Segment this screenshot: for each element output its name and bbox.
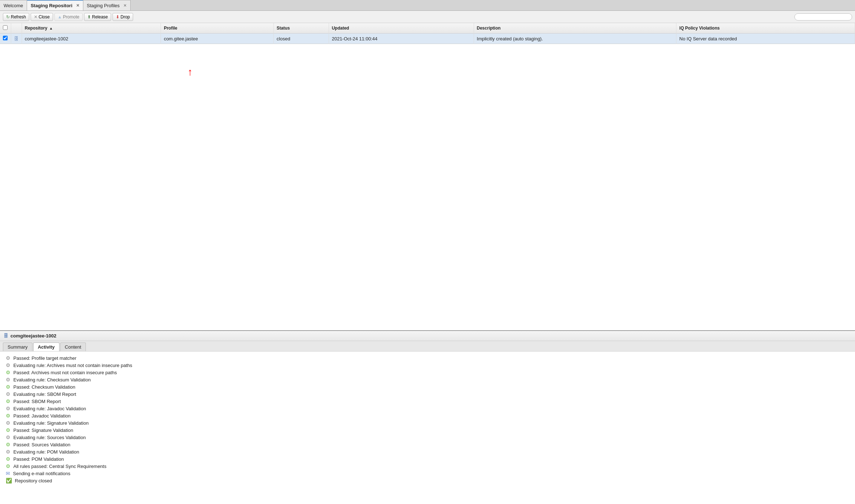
activity-icon: ⚙ — [6, 434, 10, 440]
col-header-repository[interactable]: Repository ▲ — [22, 23, 161, 34]
activity-item: ⚙ Passed: Signature Validation — [6, 426, 849, 434]
red-arrow-annotation: ↑ — [188, 66, 193, 78]
activity-item: ✉ Sending e-mail notifications — [6, 470, 849, 477]
tab-staging-repo-label: Staging Repositori — [31, 3, 73, 8]
row-updated: 2021-Oct-24 11:00:44 — [329, 34, 474, 44]
refresh-button[interactable]: ↻ Refresh — [3, 13, 29, 21]
detail-content: ⚙ Passed: Profile target matcher ⚙ Evalu… — [0, 352, 855, 504]
activity-item: ⚙ Passed: Javadoc Validation — [6, 412, 849, 419]
activity-text: Evaluating rule: SBOM Report — [13, 392, 76, 397]
activity-icon: ⚙ — [6, 377, 10, 383]
promote-label: Promote — [63, 14, 79, 19]
activity-item: ⚙ All rules passed: Central Sync Require… — [6, 463, 849, 470]
search-input[interactable] — [794, 13, 852, 21]
activity-text: Passed: Archives must not contain insecu… — [13, 370, 117, 375]
close-icon: ✕ — [34, 14, 38, 19]
activity-text: All rules passed: Central Sync Requireme… — [13, 464, 106, 469]
row-checkbox-cell[interactable] — [0, 34, 11, 44]
activity-icon: ⚙ — [6, 449, 10, 455]
activity-icon: ⚙ — [6, 427, 10, 433]
tab-activity[interactable]: Activity — [33, 342, 60, 351]
activity-text: Sending e-mail notifications — [13, 471, 70, 476]
activity-text: Passed: Javadoc Validation — [13, 413, 71, 419]
activity-item: ⚙ Passed: Sources Validation — [6, 441, 849, 448]
detail-title: comgiteejastee-1002 — [10, 333, 56, 339]
close-button[interactable]: ✕ Close — [31, 13, 53, 21]
toolbar: ↻ Refresh ✕ Close ▲ Promote ⬆ Release ⬇ … — [0, 11, 855, 23]
promote-button[interactable]: ▲ Promote — [54, 13, 83, 21]
tab-staging-repo[interactable]: Staging Repositori ✕ — [27, 0, 83, 10]
activity-item: ⚙ Passed: Archives must not contain inse… — [6, 369, 849, 376]
activity-item: ⚙ Evaluating rule: POM Validation — [6, 448, 849, 455]
activity-text: Evaluating rule: POM Validation — [13, 449, 79, 455]
drop-icon: ⬇ — [116, 14, 119, 19]
release-button[interactable]: ⬆ Release — [84, 13, 111, 21]
row-checkbox[interactable] — [3, 36, 8, 40]
detail-db-icon: 🗄 — [4, 333, 8, 339]
row-profile: com.gitee.jastee — [161, 34, 274, 44]
activity-item: ⚙ Passed: SBOM Report — [6, 398, 849, 405]
table-section: ↑ Repository ▲ Profile Status Updated De… — [0, 23, 855, 331]
table-row[interactable]: 🗄 comgiteejastee-1002 com.gitee.jastee c… — [0, 34, 855, 44]
select-all-checkbox[interactable] — [3, 25, 8, 30]
col-header-profile: Profile — [161, 23, 274, 34]
row-status: closed — [273, 34, 329, 44]
tab-staging-profiles-label: Staging Profiles — [87, 3, 120, 8]
detail-section: 🗄 comgiteejastee-1002 Summary Activity C… — [0, 331, 855, 504]
tab-content[interactable]: Content — [60, 342, 86, 351]
activity-item: ⚙ Evaluating rule: Checksum Validation — [6, 376, 849, 383]
activity-text: Passed: Checksum Validation — [13, 384, 75, 390]
activity-item: ⚙ Passed: POM Validation — [6, 455, 849, 463]
activity-item: ⚙ Evaluating rule: SBOM Report — [6, 390, 849, 398]
col-header-icon — [11, 23, 22, 34]
detail-header: 🗄 comgiteejastee-1002 — [0, 331, 855, 341]
refresh-label: Refresh — [11, 14, 26, 19]
activity-item: ⚙ Evaluating rule: Archives must not con… — [6, 362, 849, 369]
row-iq: No IQ Server data recorded — [676, 34, 855, 44]
activity-item: ⚙ Passed: Profile target matcher — [6, 354, 849, 362]
col-header-description: Description — [474, 23, 676, 34]
drop-button[interactable]: ⬇ Drop — [113, 13, 133, 21]
row-icon-cell: 🗄 — [11, 34, 22, 44]
tab-staging-repo-close[interactable]: ✕ — [76, 3, 79, 8]
activity-icon: ⚙ — [6, 384, 10, 390]
activity-text: Passed: Profile target matcher — [13, 355, 76, 361]
activity-icon: ⚙ — [6, 420, 10, 426]
activity-icon: ⚙ — [6, 413, 10, 419]
row-description: Implicitly created (auto staging). — [474, 34, 676, 44]
tab-staging-profiles[interactable]: Staging Profiles ✕ — [83, 0, 131, 10]
activity-icon: ✅ — [6, 478, 12, 483]
detail-tabs: Summary Activity Content — [0, 341, 855, 352]
sort-arrow-icon: ▲ — [49, 26, 53, 30]
activity-text: Evaluating rule: Signature Validation — [13, 420, 89, 426]
activity-item: ✅ Repository closed — [6, 477, 849, 484]
tab-welcome[interactable]: Welcome — [0, 0, 27, 10]
activity-icon: ⚙ — [6, 456, 10, 462]
activity-text: Evaluating rule: Checksum Validation — [13, 377, 91, 383]
activity-icon: ⚙ — [6, 370, 10, 375]
close-label: Close — [39, 14, 50, 19]
main-content: ↑ Repository ▲ Profile Status Updated De… — [0, 23, 855, 504]
activity-item: ⚙ Passed: Checksum Validation — [6, 383, 849, 390]
col-header-updated: Updated — [329, 23, 474, 34]
tab-welcome-label: Welcome — [4, 3, 23, 8]
release-icon: ⬆ — [87, 14, 91, 19]
tab-bar: Welcome Staging Repositori ✕ Staging Pro… — [0, 0, 855, 11]
activity-text: Repository closed — [15, 478, 52, 483]
activity-icon: ⚙ — [6, 463, 10, 469]
activity-icon: ⚙ — [6, 442, 10, 447]
activity-icon: ⚙ — [6, 355, 10, 361]
activity-icon: ⚙ — [6, 391, 10, 397]
activity-item: ⚙ Evaluating rule: Sources Validation — [6, 434, 849, 441]
tab-staging-profiles-close[interactable]: ✕ — [123, 3, 127, 8]
tab-summary[interactable]: Summary — [3, 342, 32, 351]
col-header-checkbox[interactable] — [0, 23, 11, 34]
col-header-status: Status — [273, 23, 329, 34]
activity-icon: ⚙ — [6, 362, 10, 368]
activity-text: Passed: POM Validation — [13, 456, 64, 462]
activity-text: Passed: SBOM Report — [13, 399, 61, 404]
drop-label: Drop — [120, 14, 130, 19]
promote-icon: ▲ — [58, 14, 62, 19]
staging-repo-table: Repository ▲ Profile Status Updated Desc… — [0, 23, 855, 44]
col-header-iq: IQ Policy Violations — [676, 23, 855, 34]
